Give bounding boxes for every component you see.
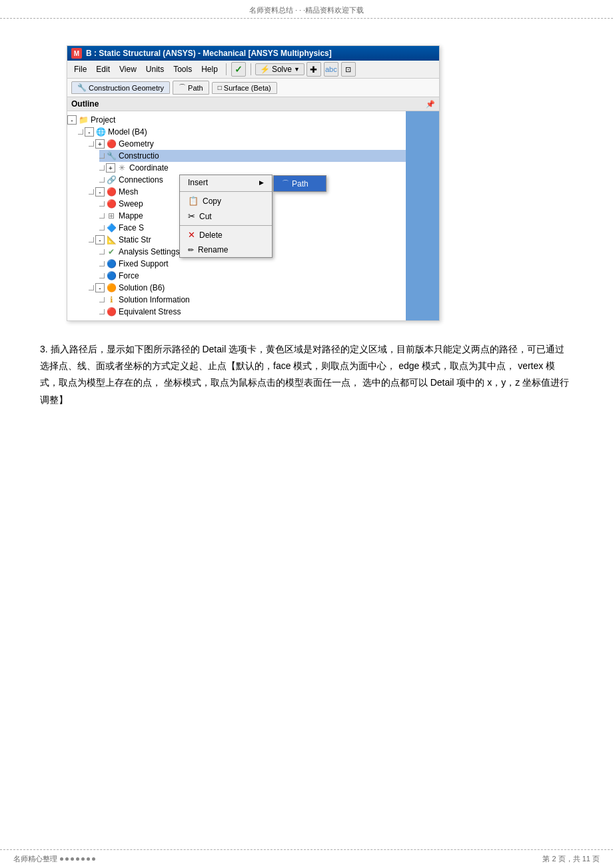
breadcrumb-tab3-icon: □ (218, 84, 222, 91)
tree-project[interactable]: - 📁 Project (67, 114, 406, 126)
solinfo-label: Solution Information (119, 295, 190, 304)
menu-tools[interactable]: Tools (169, 63, 196, 75)
mapped-icon: ⊞ (106, 211, 117, 221)
context-insert[interactable]: Insert ▶ ⌒ Path (180, 175, 272, 190)
model-expand[interactable]: - (85, 127, 94, 137)
tree-equiv[interactable]: 🔴 Equivalent Stress (99, 306, 406, 318)
menu-view[interactable]: View (115, 63, 141, 75)
breadcrumb-bar: 🔧 Construction Geometry ⌒ Path □ Surface… (67, 79, 439, 97)
mesh-icon: 🔴 (106, 187, 117, 197)
context-rename[interactable]: ✏ Rename (180, 242, 272, 257)
equiv-label: Equivalent Stress (119, 307, 181, 316)
footer-right: 第 2 页，共 11 页 (542, 854, 600, 864)
mesh-label: Mesh (119, 187, 138, 197)
tree-fixed[interactable]: 🔵 Fixed Support (99, 258, 406, 270)
breadcrumb-tab3-label: Surface (Beta) (224, 84, 271, 92)
solve-button[interactable]: ⚡ Solve ▼ (255, 63, 305, 75)
geometry-label: Geometry (119, 139, 154, 149)
path-icon: ⌒ (282, 179, 289, 189)
page-content: M B : Static Structural (ANSYS) - Mechan… (0, 19, 613, 435)
breadcrumb-tab2-label: Path (188, 84, 203, 92)
tree-construction[interactable]: 🔧 Constructio (99, 150, 406, 162)
face-icon: 🔷 (106, 222, 117, 233)
cut-label: Cut (199, 212, 212, 221)
construction-icon: 🔧 (106, 151, 117, 161)
breadcrumb-tab-surface[interactable]: □ Surface (Beta) (212, 82, 277, 94)
menu-bar: File Edit View Units Tools Help ✓ ⚡ Solv… (67, 61, 439, 79)
breadcrumb-tab-path[interactable]: ⌒ Path (173, 81, 209, 95)
menu-units[interactable]: Units (142, 63, 168, 75)
window-icon: M (71, 48, 82, 59)
static-label: Static Str (119, 235, 151, 244)
check-button[interactable]: ✓ (231, 62, 246, 77)
toolbar-btn3[interactable]: ⊡ (341, 62, 356, 77)
force-icon: 🔵 (106, 270, 117, 281)
mapped-label: Mappe (119, 211, 143, 220)
geometry-expand[interactable]: + (95, 139, 105, 149)
context-cut[interactable]: ✂ Cut (180, 209, 272, 224)
tree-force[interactable]: 🔵 Force (99, 270, 406, 282)
fixed-label: Fixed Support (119, 259, 169, 268)
construction-label: Constructio (119, 151, 159, 161)
analysis-label: Analysis Settings (119, 247, 179, 256)
footer-left: 名师精心整理 (13, 854, 57, 864)
rename-label: Rename (198, 245, 228, 254)
footer-dots-left (60, 857, 95, 861)
toolbar-btn1[interactable]: ✚ (306, 62, 321, 77)
project-icon: 📁 (78, 115, 89, 125)
solve-label: Solve (272, 65, 292, 74)
screenshot-wrapper: M B : Static Structural (ANSYS) - Mechan… (67, 45, 440, 321)
mesh-expand[interactable]: - (95, 187, 105, 197)
insert-label: Insert (188, 178, 208, 187)
force-label: Force (119, 271, 139, 280)
static-expand[interactable]: - (95, 235, 105, 244)
menu-separator2 (251, 63, 251, 75)
solinfo-icon: ℹ (106, 294, 117, 305)
tree-solution[interactable]: - 🟠 Solution (B6) (89, 282, 406, 294)
tree-sol-info[interactable]: ℹ Solution Information (99, 294, 406, 306)
solve-arrow: ▼ (294, 66, 300, 73)
description-text: 3. 插入路径后，显示如下图所示路径的 Detail 选项卡，黄色区域是对路径的… (40, 341, 573, 408)
solution-expand[interactable]: - (95, 283, 105, 292)
menu-file[interactable]: File (70, 63, 91, 75)
conn-icon: 🔗 (106, 175, 117, 185)
pin-icon: 📌 (426, 100, 435, 109)
window-titlebar: M B : Static Structural (ANSYS) - Mechan… (67, 46, 439, 61)
menu-separator (226, 63, 227, 75)
outline-title: Outline (71, 99, 99, 109)
ctx-separator2 (180, 225, 272, 226)
toolbar-btn2[interactable]: abc (324, 62, 338, 77)
analysis-icon: ✔ (106, 246, 117, 257)
outline-tree: - 📁 Project - 🌐 Model (B4) + (67, 111, 406, 320)
rename-icon: ✏ (188, 246, 194, 254)
submenu-path[interactable]: ⌒ Path (274, 176, 326, 191)
ctx-separator1 (180, 191, 272, 192)
solution-icon: 🟠 (106, 282, 117, 293)
coord-label: Coordinate (129, 163, 169, 173)
delete-label: Delete (199, 230, 223, 240)
static-icon: 📐 (106, 234, 117, 245)
coord-expand[interactable]: + (106, 163, 115, 173)
solution-label: Solution (B6) (119, 283, 165, 292)
menu-help[interactable]: Help (197, 63, 222, 75)
coord-icon: ✳ (117, 163, 127, 173)
breadcrumb-tab1-label: Construction Geometry (89, 84, 164, 92)
page-footer: 名师精心整理 第 2 页，共 11 页 (0, 849, 613, 868)
submenu-insert: ⌒ Path (273, 175, 326, 192)
sweep-label: Sweep (119, 199, 143, 209)
context-copy[interactable]: 📋 Copy (180, 193, 272, 209)
menu-edit[interactable]: Edit (92, 63, 114, 75)
tree-coordinate[interactable]: + ✳ Coordinate (99, 162, 406, 174)
fixed-icon: 🔵 (106, 258, 117, 269)
outline-panel: Outline 📌 - 📁 Project - 🌐 (67, 97, 439, 320)
blue-panel (406, 111, 439, 320)
delete-icon: ✕ (188, 230, 195, 240)
tree-geometry[interactable]: + 🔴 Geometry (89, 138, 406, 150)
project-expand[interactable]: - (67, 115, 77, 125)
breadcrumb-tab-construction[interactable]: 🔧 Construction Geometry (71, 81, 170, 94)
copy-icon: 📋 (188, 196, 199, 206)
tree-model[interactable]: - 🌐 Model (B4) (78, 126, 406, 138)
context-delete[interactable]: ✕ Delete (180, 227, 272, 242)
page-header: 名师资料总结 · · ·精品资料欢迎下载 (0, 0, 613, 19)
model-label: Model (B4) (108, 127, 147, 137)
